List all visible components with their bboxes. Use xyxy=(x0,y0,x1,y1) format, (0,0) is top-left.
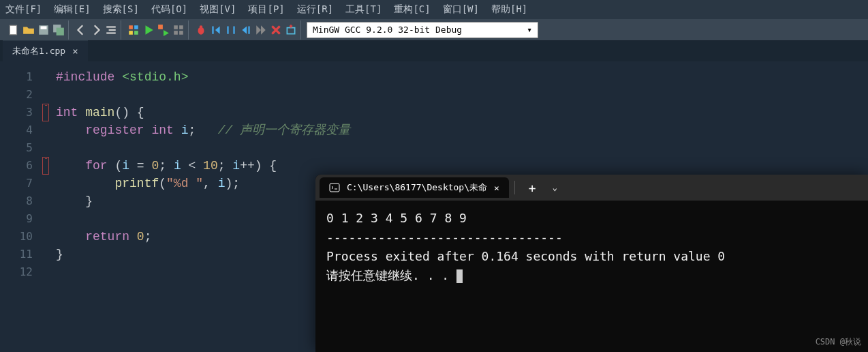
indent-button[interactable] xyxy=(104,23,118,37)
svg-rect-14 xyxy=(179,25,183,29)
menu-code[interactable]: 代码[O] xyxy=(151,3,187,16)
separator xyxy=(514,181,515,194)
step-out-button[interactable] xyxy=(239,23,253,37)
save-button[interactable] xyxy=(37,23,50,37)
svg-rect-4 xyxy=(57,27,64,35)
line-number: 2 xyxy=(0,86,33,104)
line-number: 7 xyxy=(0,175,33,192)
step-into-button[interactable] xyxy=(224,23,238,37)
terminal-tab[interactable]: C:\Users\86177\Desktop\未命 × xyxy=(320,177,509,198)
tab-dropdown-icon[interactable]: ⌄ xyxy=(547,183,563,192)
line-number: 8 xyxy=(0,192,33,210)
menu-project[interactable]: 项目[P] xyxy=(248,3,284,16)
svg-rect-16 xyxy=(179,31,183,35)
terminal-window: C:\Users\86177\Desktop\未命 × + ⌄ 0 1 2 3 … xyxy=(315,175,868,352)
svg-rect-2 xyxy=(41,26,47,29)
rebuild-button[interactable] xyxy=(172,23,185,37)
line-number: 6 xyxy=(0,157,33,175)
svg-rect-8 xyxy=(129,25,133,29)
menu-edit[interactable]: 编辑[E] xyxy=(54,3,90,16)
svg-rect-12 xyxy=(158,25,163,29)
tab-title: 未命名1.cpp xyxy=(12,45,65,57)
menu-help[interactable]: 帮助[H] xyxy=(491,3,527,16)
line-number: 11 xyxy=(0,246,33,263)
run-button[interactable] xyxy=(142,23,155,37)
svg-rect-15 xyxy=(174,31,178,35)
menu-tools[interactable]: 工具[T] xyxy=(345,3,382,16)
debug-button[interactable] xyxy=(194,23,208,37)
line-number: 4 xyxy=(0,121,33,139)
svg-rect-7 xyxy=(106,32,116,33)
svg-rect-5 xyxy=(106,26,116,27)
cursor-icon xyxy=(456,269,463,283)
menu-run[interactable]: 运行[R] xyxy=(297,3,333,16)
menu-refactor[interactable]: 重构[C] xyxy=(394,3,430,16)
menu-search[interactable]: 搜索[S] xyxy=(103,3,139,16)
add-watch-button[interactable] xyxy=(284,23,298,37)
line-number: 9 xyxy=(0,210,33,228)
svg-rect-11 xyxy=(134,31,138,35)
continue-button[interactable] xyxy=(254,23,268,37)
step-over-button[interactable] xyxy=(209,23,223,37)
svg-rect-20 xyxy=(330,184,339,192)
menu-bar: 文件[F] 编辑[E] 搜索[S] 代码[O] 视图[V] 项目[P] 运行[R… xyxy=(0,0,868,19)
terminal-tab-title: C:\Users\86177\Desktop\未命 xyxy=(347,181,487,194)
compile-run-button[interactable] xyxy=(157,23,170,37)
fold-column xyxy=(41,61,50,352)
tab-file[interactable]: 未命名1.cpp × xyxy=(3,40,88,61)
svg-rect-9 xyxy=(134,25,138,29)
line-number: 1 xyxy=(0,68,33,86)
chevron-down-icon: ▾ xyxy=(527,25,532,35)
svg-rect-6 xyxy=(109,29,116,30)
tab-close-icon[interactable]: × xyxy=(72,46,78,57)
svg-rect-19 xyxy=(287,27,294,33)
line-gutter: 1 2 3 4 5 6 7 8 9 10 11 12 xyxy=(0,61,41,352)
terminal-tab-close-icon[interactable]: × xyxy=(494,183,499,193)
save-all-button[interactable] xyxy=(52,23,65,37)
fold-toggle-icon[interactable] xyxy=(42,157,49,175)
menu-file[interactable]: 文件[F] xyxy=(5,3,42,16)
new-tab-button[interactable]: + xyxy=(521,181,544,195)
menu-window[interactable]: 窗口[W] xyxy=(443,3,479,16)
menu-view[interactable]: 视图[V] xyxy=(200,3,236,16)
compiler-select[interactable]: MinGW GCC 9.2.0 32-bit Debug ▾ xyxy=(307,22,538,38)
back-button[interactable] xyxy=(74,23,88,37)
svg-rect-13 xyxy=(174,25,178,29)
line-number: 10 xyxy=(0,228,33,246)
compiler-label: MinGW GCC 9.2.0 32-bit Debug xyxy=(313,25,462,35)
svg-rect-0 xyxy=(10,25,16,35)
fold-toggle-icon[interactable] xyxy=(42,104,49,121)
compile-button[interactable] xyxy=(127,23,140,37)
line-number: 12 xyxy=(0,263,33,281)
svg-point-18 xyxy=(200,25,203,29)
terminal-icon xyxy=(329,182,340,193)
tab-bar: 未命名1.cpp × xyxy=(0,41,868,61)
line-number: 3 xyxy=(0,104,33,121)
svg-rect-10 xyxy=(129,31,133,35)
line-number: 5 xyxy=(0,139,33,157)
stop-debug-button[interactable] xyxy=(269,23,283,37)
open-file-button[interactable] xyxy=(22,23,35,37)
forward-button[interactable] xyxy=(89,23,103,37)
watermark: CSDN @秋说 xyxy=(816,336,861,348)
terminal-tabbar: C:\Users\86177\Desktop\未命 × + ⌄ xyxy=(315,175,868,201)
terminal-output[interactable]: 0 1 2 3 4 5 6 7 8 9 --------------------… xyxy=(315,201,868,293)
toolbar: MinGW GCC 9.2.0 32-bit Debug ▾ xyxy=(0,19,868,41)
new-file-button[interactable] xyxy=(7,23,20,37)
